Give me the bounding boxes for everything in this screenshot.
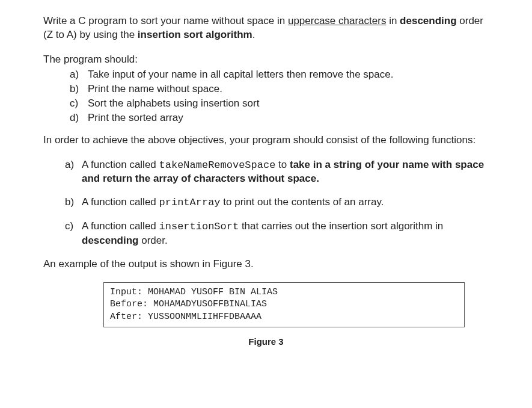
requirements-list: a) Take input of your name in all capita… <box>43 68 489 125</box>
function-item: b) A function called printArray to print… <box>65 196 489 210</box>
func-text-1: A function called <box>82 159 159 170</box>
example-paragraph: An example of the output is shown in Fig… <box>43 258 489 271</box>
func-text-3: order. <box>138 235 167 246</box>
output-line-after: After: YUSSOONMMLIIHFFDBAAAA <box>110 311 458 323</box>
function-item: a) A function called takeNameRemoveSpace… <box>65 158 489 187</box>
list-marker: d) <box>70 111 79 125</box>
list-marker: a) <box>65 158 74 172</box>
list-marker: c) <box>65 220 73 233</box>
objectives-paragraph: In order to achieve the above objectives… <box>43 134 489 147</box>
intro-text-2: in <box>386 15 400 26</box>
output-example-box: Input: MOHAMAD YUSOFF BIN ALIAS Before: … <box>103 282 465 327</box>
func-text-1: A function called <box>82 220 159 232</box>
intro-underlined: uppercase characters <box>288 15 386 26</box>
list-text: Take input of your name in all capital l… <box>88 69 393 80</box>
list-marker: c) <box>70 97 78 111</box>
func-text-2: that carries out the insertion sort algo… <box>239 220 443 232</box>
intro-bold-1: descending <box>400 15 456 26</box>
func-code: insertionSort <box>159 221 239 232</box>
list-marker: b) <box>65 196 74 209</box>
requirement-item: c) Sort the alphabets using insertion so… <box>70 97 489 111</box>
func-bold: descending <box>82 235 138 246</box>
output-line-input: Input: MOHAMAD YUSOFF BIN ALIAS <box>110 286 458 298</box>
list-text: Print the name without space. <box>88 83 222 94</box>
intro-text-4: . <box>252 29 255 40</box>
output-line-before: Before: MOHAMADYUSOFFBINALIAS <box>110 298 458 311</box>
func-code: printArray <box>159 197 221 208</box>
figure-caption: Figure 3 <box>43 336 489 348</box>
list-marker: b) <box>70 82 79 96</box>
intro-bold-2: insertion sort algorithm <box>138 29 252 40</box>
intro-paragraph: Write a C program to sort your name with… <box>43 14 489 42</box>
intro-text-1: Write a C program to sort your name with… <box>43 15 288 26</box>
requirements-header: The program should: <box>43 53 489 67</box>
func-text-2: to <box>275 159 290 170</box>
func-code: takeNameRemoveSpace <box>159 159 276 171</box>
list-text: Sort the alphabets using insertion sort <box>88 97 259 109</box>
requirements-section: The program should: a) Take input of you… <box>43 53 489 125</box>
requirement-item: d) Print the sorted array <box>70 111 489 125</box>
function-item: c) A function called insertionSort that … <box>65 220 489 248</box>
func-text-1: A function called <box>82 196 159 208</box>
func-text-2: to print out the contents of an array. <box>221 196 384 208</box>
requirement-item: a) Take input of your name in all capita… <box>70 68 489 82</box>
list-marker: a) <box>70 68 79 82</box>
functions-list: a) A function called takeNameRemoveSpace… <box>43 158 489 249</box>
requirement-item: b) Print the name without space. <box>70 82 489 96</box>
list-text: Print the sorted array <box>88 112 183 123</box>
